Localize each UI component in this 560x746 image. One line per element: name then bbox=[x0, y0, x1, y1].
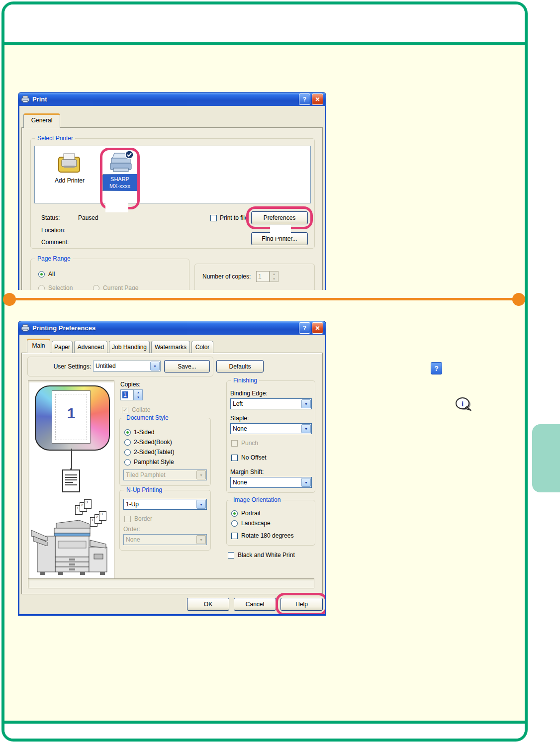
prefs-dialog-body: Main Paper Advanced Job Handling Waterma… bbox=[18, 335, 326, 616]
chevron-down-icon[interactable]: ▼ bbox=[301, 399, 311, 408]
step-divider-dot-right bbox=[512, 293, 525, 306]
copies-spinner: 1 ▲▼ bbox=[256, 271, 279, 282]
page-range-all-label[interactable]: All bbox=[48, 271, 55, 278]
tab-job-handling[interactable]: Job Handling bbox=[109, 341, 150, 353]
preview-document-icon bbox=[62, 469, 80, 492]
preview-connector-line bbox=[71, 449, 72, 469]
pamphlet-style-radio[interactable] bbox=[124, 459, 131, 466]
pamphlet-style-label[interactable]: Pamphlet Style bbox=[134, 459, 174, 466]
landscape-label[interactable]: Landscape bbox=[241, 520, 271, 527]
tab-color[interactable]: Color bbox=[191, 341, 213, 353]
number-of-copies-label: Number of copies: bbox=[202, 273, 251, 280]
black-and-white-checkbox[interactable]: ✓ bbox=[228, 552, 234, 559]
two-sided-tablet-radio[interactable] bbox=[124, 449, 131, 456]
chevron-down-icon[interactable]: ▼ bbox=[150, 362, 160, 371]
nup-printing-label: N-Up Printing bbox=[124, 486, 164, 493]
page-footer-band bbox=[4, 721, 525, 739]
nup-combobox[interactable]: 1-Up ▼ bbox=[123, 499, 207, 510]
margin-shift-label: Margin Shift: bbox=[230, 468, 264, 475]
pamphlet-combobox: Tiled Pamphlet ▼ bbox=[123, 469, 207, 480]
spinner-arrows: ▲▼ bbox=[270, 271, 279, 282]
titlebar-help-button[interactable]: ? bbox=[299, 93, 310, 105]
portrait-label[interactable]: Portrait bbox=[241, 510, 261, 517]
spinner-arrows[interactable]: ▲▼ bbox=[134, 389, 143, 400]
user-settings-combobox[interactable]: Untitled ▼ bbox=[93, 361, 161, 372]
printer-icon bbox=[21, 95, 30, 103]
chevron-down-icon[interactable]: ▼ bbox=[196, 500, 206, 509]
finishing-label: Finishing bbox=[231, 377, 259, 384]
chevron-down-icon[interactable]: ▼ bbox=[301, 424, 311, 433]
manual-page: { "page": { "frame_green": "#00A571", "b… bbox=[0, 0, 560, 746]
titlebar-close-button[interactable]: ✕ bbox=[312, 322, 323, 334]
border-checkbox: ✓ bbox=[124, 516, 131, 522]
copies-spinner[interactable]: 1 ▲▼ bbox=[120, 389, 143, 400]
page-range-current-label: Current Page bbox=[103, 284, 138, 290]
titlebar-close-button[interactable]: ✕ bbox=[312, 93, 323, 105]
tab-main[interactable]: Main bbox=[27, 339, 50, 353]
collate-label: Collate bbox=[132, 406, 150, 413]
page-range-label: Page Range bbox=[35, 255, 73, 262]
image-orientation-label: Image Orientation bbox=[231, 496, 282, 503]
one-sided-label[interactable]: 1-Sided bbox=[134, 429, 154, 436]
black-and-white-label[interactable]: Black and White Print bbox=[238, 552, 295, 559]
finishing-group: Finishing bbox=[226, 380, 315, 493]
tab-paper[interactable]: Paper bbox=[52, 341, 73, 353]
copies-label: Copies: bbox=[120, 381, 141, 388]
print-to-file-checkbox[interactable]: ✓ bbox=[210, 215, 217, 221]
page-range-current-radio bbox=[93, 285, 99, 290]
comment-label: Comment: bbox=[41, 239, 69, 246]
printer-list: Add Printer SHARP MX-xxxx bbox=[34, 146, 311, 203]
print-dialog-title: Print bbox=[32, 95, 297, 103]
order-combobox: None ▼ bbox=[123, 534, 207, 545]
preview-page-number: 1 bbox=[52, 405, 90, 422]
print-dialog-body: General Select Printer Add Printer bbox=[18, 106, 326, 290]
print-to-file-label[interactable]: Print to file bbox=[220, 214, 248, 221]
tab-general[interactable]: General bbox=[23, 113, 60, 128]
inline-info-icon: i bbox=[455, 397, 474, 414]
rotate-180-checkbox[interactable]: ✓ bbox=[231, 533, 238, 539]
order-label: Order: bbox=[123, 526, 140, 533]
chevron-down-icon[interactable]: ▼ bbox=[301, 478, 311, 487]
location-label: Location: bbox=[41, 227, 66, 234]
defaults-button[interactable]: Defaults bbox=[216, 360, 264, 373]
binding-edge-combobox[interactable]: Left ▼ bbox=[230, 398, 312, 409]
collate-checkbox: ✓ bbox=[122, 407, 128, 413]
add-printer-label[interactable]: Add Printer bbox=[53, 177, 87, 184]
titlebar-help-button[interactable]: ? bbox=[299, 322, 310, 334]
white-patch bbox=[105, 199, 128, 212]
chapter-side-tab bbox=[532, 424, 560, 492]
page-range-selection-label: Selection bbox=[48, 284, 73, 290]
document-style-label: Document Style bbox=[124, 414, 171, 421]
page-range-all-radio[interactable] bbox=[38, 271, 45, 278]
inline-help-icon: ? bbox=[431, 362, 442, 374]
ok-button[interactable]: OK bbox=[187, 598, 229, 611]
portrait-radio[interactable] bbox=[231, 510, 238, 517]
staple-combobox[interactable]: None ▼ bbox=[230, 423, 312, 434]
two-sided-book-radio[interactable] bbox=[124, 439, 131, 446]
tab-advanced[interactable]: Advanced bbox=[74, 341, 107, 353]
two-sided-book-label[interactable]: 2-Sided(Book) bbox=[134, 439, 172, 446]
binding-edge-label: Binding Edge: bbox=[230, 390, 268, 397]
one-sided-radio[interactable] bbox=[124, 429, 131, 436]
two-sided-tablet-label[interactable]: 2-Sided(Tablet) bbox=[134, 449, 174, 456]
landscape-radio[interactable] bbox=[231, 520, 238, 527]
border-label: Border bbox=[134, 515, 152, 522]
tab-watermarks[interactable]: Watermarks bbox=[151, 341, 190, 353]
save-button[interactable]: Save... bbox=[164, 360, 210, 373]
rotate-180-label[interactable]: Rotate 180 degrees bbox=[241, 532, 293, 539]
no-offset-label[interactable]: No Offset bbox=[241, 454, 266, 461]
preview-page: 1 bbox=[52, 390, 91, 444]
status-strip bbox=[28, 578, 314, 588]
highlight-help-button bbox=[276, 593, 326, 616]
cancel-button[interactable]: Cancel bbox=[234, 598, 276, 611]
add-printer-icon[interactable] bbox=[58, 152, 81, 174]
chevron-down-icon: ▼ bbox=[196, 470, 206, 479]
no-offset-checkbox[interactable]: ✓ bbox=[231, 455, 238, 461]
prefs-dialog-title: Printing Preferences bbox=[32, 324, 297, 332]
margin-shift-combobox[interactable]: None ▼ bbox=[230, 477, 312, 488]
print-dialog: Print ? ✕ General Select Printer Add Pri… bbox=[18, 92, 326, 290]
status-label: Status: bbox=[41, 214, 60, 221]
status-value: Paused bbox=[78, 214, 98, 221]
user-settings-label: User Settings: bbox=[49, 363, 91, 370]
copier-illustration bbox=[30, 516, 112, 578]
